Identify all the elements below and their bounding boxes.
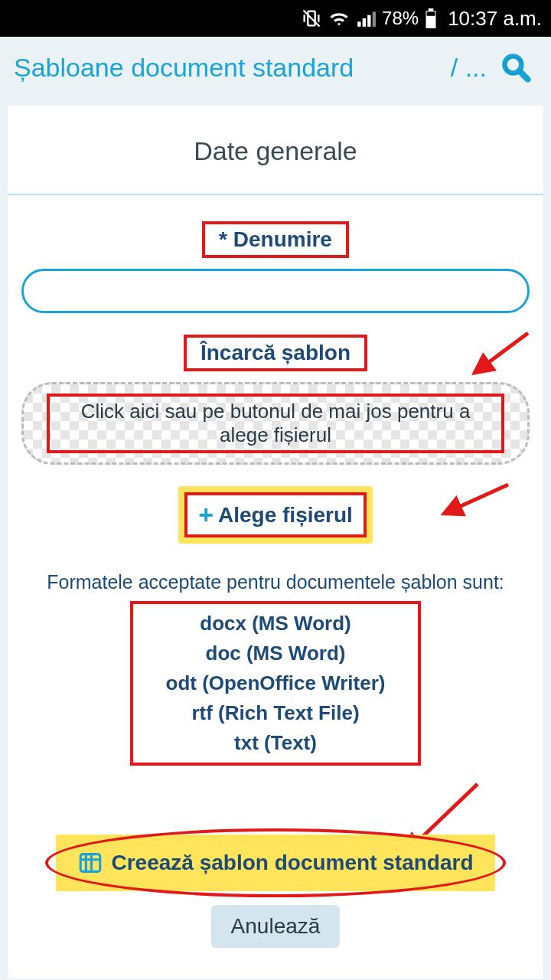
formats-list: docx (MS Word) doc (MS Word) odt (OpenOf… — [130, 601, 421, 766]
dropzone-text: Click aici sau pe butonul de mai jos pen… — [47, 394, 504, 453]
create-template-button[interactable]: Creează șablon document standard — [56, 835, 494, 891]
svg-rect-2 — [363, 18, 366, 27]
annotation-arrow-icon — [435, 480, 511, 526]
format-item: rtf (Rich Text File) — [136, 698, 415, 728]
clock: 10:37 a.m. — [448, 7, 542, 31]
page-title[interactable]: Șabloane document standard — [14, 53, 443, 83]
document-icon — [77, 850, 103, 876]
wifi-icon — [328, 8, 350, 29]
upload-label: Încarcă șablon — [184, 335, 367, 371]
svg-rect-3 — [367, 15, 370, 27]
svg-rect-6 — [429, 8, 434, 11]
svg-rect-7 — [427, 11, 435, 15]
section-title: Date generale — [21, 136, 530, 166]
format-item: odt (OpenOffice Writer) — [136, 668, 415, 698]
vibrate-off-icon — [301, 8, 322, 29]
name-input[interactable] — [21, 269, 530, 313]
name-label: * Denumire — [202, 221, 349, 258]
svg-rect-1 — [357, 21, 360, 27]
cancel-button[interactable]: Anulează — [211, 905, 341, 948]
form-card: Date generale * Denumire Încarcă șablon … — [8, 106, 543, 978]
file-dropzone[interactable]: Click aici sau pe butonul de mai jos pen… — [21, 382, 530, 465]
choose-file-button[interactable]: + Alege fișierul — [184, 492, 367, 537]
required-mark: * — [219, 227, 227, 251]
svg-rect-4 — [373, 11, 376, 27]
app-header: Șabloane document standard / ... — [0, 37, 551, 98]
breadcrumb[interactable]: / ... — [451, 53, 487, 83]
search-icon — [499, 51, 533, 84]
divider — [8, 194, 543, 195]
formats-intro: Formatele acceptate pentru documentele ș… — [21, 571, 530, 593]
format-item: doc (MS Word) — [136, 639, 415, 668]
battery-percent: 78% — [382, 8, 419, 29]
signal-icon — [356, 8, 376, 28]
format-item: txt (Text) — [136, 728, 415, 758]
format-item: docx (MS Word) — [136, 609, 415, 639]
status-bar: 78% 10:37 a.m. — [0, 0, 551, 37]
battery-icon — [425, 8, 437, 28]
search-button[interactable] — [494, 46, 537, 89]
plus-icon: + — [198, 500, 214, 530]
